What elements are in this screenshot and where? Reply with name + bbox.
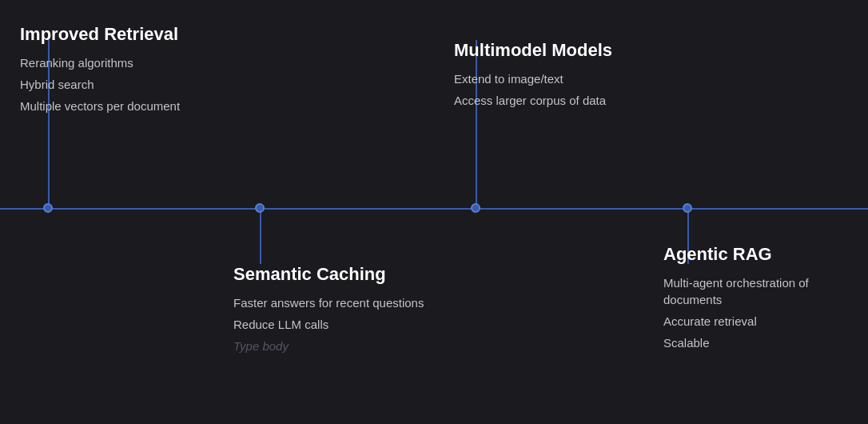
card-improved-retrieval-title: Improved Retrieval <box>20 24 212 45</box>
card-semantic-caching: Semantic Caching Faster answers for rece… <box>233 264 425 359</box>
card-improved-retrieval: Improved Retrieval Reranking algorithms … <box>20 24 212 119</box>
card-item: Accurate retrieval <box>663 313 855 330</box>
timeline-dot-4 <box>683 203 692 213</box>
timeline-dot-1 <box>43 203 53 213</box>
timeline-line <box>0 208 868 210</box>
card-item: Faster answers for recent questions <box>233 294 425 311</box>
card-item-placeholder: Type body <box>233 338 425 354</box>
card-item: Multi-agent orchestration of documents <box>663 274 855 308</box>
card-multimodel-models: Multimodel Models Extend to image/text A… <box>454 40 646 114</box>
card-item: Scalable <box>663 334 855 351</box>
card-semantic-caching-title: Semantic Caching <box>233 264 425 285</box>
card-item: Extend to image/text <box>454 70 646 87</box>
card-item: Reduce LLM calls <box>233 316 425 333</box>
card-multimodel-models-title: Multimodel Models <box>454 40 646 61</box>
timeline-dot-2 <box>255 203 265 213</box>
card-item: Hybrid search <box>20 76 212 93</box>
timeline-dot-3 <box>471 203 480 213</box>
timeline-container: Improved Retrieval Reranking algorithms … <box>0 0 868 424</box>
card-agentic-rag-title: Agentic RAG <box>663 244 855 265</box>
connector-2 <box>260 208 261 264</box>
card-item: Reranking algorithms <box>20 54 212 71</box>
card-item: Access larger corpus of data <box>454 92 646 109</box>
card-agentic-rag: Agentic RAG Multi-agent orchestration of… <box>663 244 855 356</box>
card-item: Multiple vectors per document <box>20 98 212 114</box>
